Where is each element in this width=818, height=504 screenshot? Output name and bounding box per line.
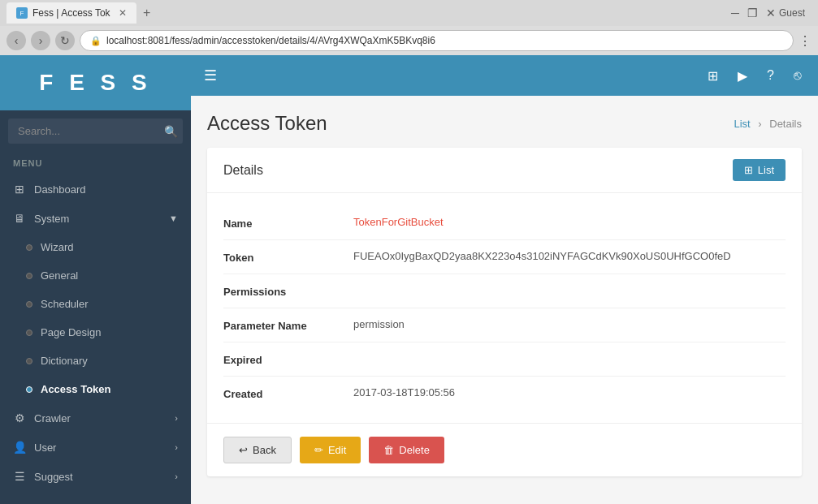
sidebar-item-suggest[interactable]: ☰ Suggest ›: [0, 462, 191, 491]
browser-tab[interactable]: F Fess | Access Tok ✕: [6, 2, 136, 24]
sidebar-item-label: Dictionary: [41, 355, 88, 367]
tab-close-button[interactable]: ✕: [119, 7, 127, 19]
page-header: Access Token List › Details: [207, 112, 802, 135]
sidebar-item-label: Crawler: [34, 412, 71, 424]
sidebar-item-label: Page Design: [41, 326, 101, 338]
created-value: 2017-03-18T19:05:56: [353, 386, 786, 398]
page-title: Access Token: [207, 112, 327, 135]
list-icon: ⊞: [744, 164, 753, 176]
breadcrumb: List › Details: [734, 118, 802, 130]
edit-icon: ✏: [314, 444, 323, 456]
window-minimize-button[interactable]: ─: [731, 6, 739, 19]
chevron-right-icon: ›: [175, 472, 178, 481]
back-label: Back: [253, 444, 276, 456]
crawler-icon: ⚙: [13, 411, 26, 424]
delete-button[interactable]: 🗑 Delete: [369, 437, 444, 463]
sidebar-item-label: Suggest: [34, 471, 73, 483]
app-container: F E S S 🔍 MENU ⊞ Dashboard 🖥 System ▼ Wi…: [0, 55, 818, 504]
guest-label: Guest: [779, 7, 805, 19]
sidebar-item-dashboard[interactable]: ⊞ Dashboard: [0, 174, 191, 204]
detail-row-created: Created 2017-03-18T19:05:56: [223, 377, 786, 410]
details-table: Name TokenForGitBucket Token FUEAOx0IygB…: [207, 193, 802, 423]
back-button[interactable]: ‹: [6, 31, 26, 50]
window-maximize-button[interactable]: ❐: [747, 6, 758, 19]
window-close-button[interactable]: ✕: [766, 6, 776, 19]
details-card: Details ⊞ List Name TokenForGitBucket: [207, 148, 802, 476]
help-icon[interactable]: ?: [767, 68, 774, 83]
chevron-down-icon: ▼: [169, 213, 178, 223]
sidebar-search-container: 🔍: [0, 110, 191, 152]
sidebar-item-label: General: [41, 269, 78, 282]
menu-label: MENU: [0, 152, 191, 174]
breadcrumb-list-link[interactable]: List: [734, 118, 750, 130]
address-bar-url: localhost:8081/fess/admin/accesstoken/de…: [106, 35, 435, 46]
permissions-label: Permissions: [223, 284, 353, 298]
main-content: ☰ ⊞ ▶ ? ⎋ Access Token List › Details: [191, 55, 818, 504]
parameter-name-value: permission: [353, 318, 786, 330]
sidebar: F E S S 🔍 MENU ⊞ Dashboard 🖥 System ▼ Wi…: [0, 55, 191, 504]
browser-menu-button[interactable]: ⋮: [799, 33, 812, 49]
sidebar-item-dictionary[interactable]: Dictionary: [0, 347, 191, 375]
lock-icon: 🔒: [90, 36, 102, 46]
dot-icon: [26, 301, 32, 308]
parameter-name-label: Parameter Name: [223, 318, 353, 332]
trash-icon: 🗑: [383, 444, 394, 456]
sidebar-item-crawler[interactable]: ⚙ Crawler ›: [0, 403, 191, 433]
detail-row-parameter-name: Parameter Name permission: [223, 308, 786, 342]
token-value: FUEAOx0IygBaxQD2yaa8KX223o4s3102iNYFAGCd…: [353, 250, 731, 262]
grid-icon[interactable]: ⊞: [708, 68, 718, 84]
edit-label: Edit: [328, 444, 346, 456]
breadcrumb-separator: ›: [758, 118, 761, 130]
list-button[interactable]: ⊞ List: [733, 159, 786, 181]
browser-tab-title: Fess | Access Tok: [32, 7, 110, 19]
hamburger-icon[interactable]: ☰: [204, 67, 217, 84]
reload-button[interactable]: ↻: [55, 31, 75, 50]
dot-icon: [26, 244, 32, 251]
dot-icon: [26, 358, 32, 364]
search-icon[interactable]: 🔍: [164, 125, 178, 138]
search-input[interactable]: [8, 118, 183, 144]
sidebar-item-label: Wizard: [41, 241, 73, 253]
topbar: ☰ ⊞ ▶ ? ⎋: [191, 55, 818, 96]
list-button-label: List: [758, 164, 774, 176]
sidebar-item-system[interactable]: 🖥 System ▼: [0, 204, 191, 233]
detail-row-token: Token FUEAOx0IygBaxQD2yaa8KX223o4s3102iN…: [223, 240, 786, 274]
name-value: TokenForGitBucket: [353, 216, 786, 228]
card-footer: ↩ Back ✏ Edit 🗑 Delete: [207, 423, 802, 476]
tab-favicon: F: [16, 7, 28, 19]
card-header: Details ⊞ List: [207, 148, 802, 193]
user-icon: 👤: [13, 441, 26, 454]
edit-button[interactable]: ✏ Edit: [300, 437, 361, 463]
dashboard-icon: ⊞: [13, 183, 26, 196]
card-title: Details: [223, 163, 263, 178]
play-icon[interactable]: ▶: [738, 68, 747, 84]
back-icon: ↩: [239, 444, 248, 456]
new-tab-button[interactable]: +: [140, 6, 154, 20]
token-value-container: FUEAOx0IygBaxQD2yaa8KX223o4s3102iNYFAGCd…: [353, 250, 786, 262]
sidebar-item-access-token[interactable]: Access Token: [0, 375, 191, 403]
chevron-right-icon: ›: [175, 442, 178, 452]
expired-label: Expired: [223, 352, 353, 366]
browser-window: F Fess | Access Tok ✕ + ─ ❐ ✕ Guest ‹ › …: [0, 0, 818, 504]
sidebar-item-general[interactable]: General: [0, 261, 191, 290]
content-area: Access Token List › Details Details ⊞ Li…: [191, 96, 818, 504]
name-label: Name: [223, 216, 353, 230]
browser-controls: ‹ › ↻ 🔒 localhost:8081/fess/admin/access…: [0, 26, 818, 55]
sidebar-item-page-design[interactable]: Page Design: [0, 318, 191, 347]
created-label: Created: [223, 386, 353, 400]
detail-row-permissions: Permissions: [223, 274, 786, 308]
forward-button[interactable]: ›: [31, 31, 50, 50]
back-button[interactable]: ↩ Back: [223, 437, 292, 463]
user-menu-icon[interactable]: ⎋: [794, 68, 802, 83]
sidebar-item-scheduler[interactable]: Scheduler: [0, 290, 191, 318]
suggest-icon: ☰: [13, 470, 26, 483]
chevron-right-icon: ›: [175, 413, 178, 423]
sidebar-item-label: Scheduler: [41, 298, 89, 310]
sidebar-item-label: Access Token: [41, 383, 110, 395]
dot-icon: [26, 330, 32, 336]
sidebar-item-wizard[interactable]: Wizard: [0, 233, 191, 261]
detail-row-expired: Expired: [223, 342, 786, 377]
address-bar[interactable]: 🔒 localhost:8081/fess/admin/accesstoken/…: [80, 30, 794, 51]
sidebar-item-user[interactable]: 👤 User ›: [0, 433, 191, 462]
dot-icon: [26, 273, 32, 279]
